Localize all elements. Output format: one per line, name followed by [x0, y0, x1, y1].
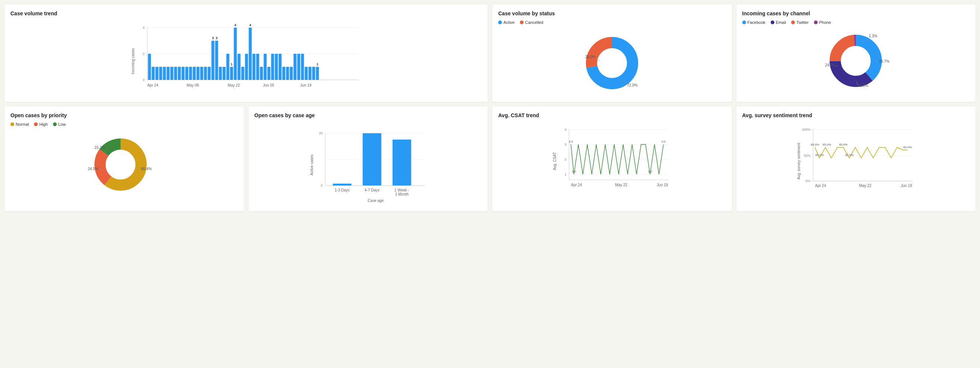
svg-text:1.0: 1.0 [572, 170, 576, 173]
svg-rect-28 [215, 41, 218, 80]
svg-rect-53 [294, 54, 297, 80]
svg-rect-22 [197, 67, 200, 80]
svg-rect-16 [174, 67, 177, 80]
svg-text:100%: 100% [802, 127, 810, 131]
svg-text:3: 3 [216, 36, 218, 40]
svg-rect-37 [238, 54, 241, 80]
svg-text:65.0%: 65.0% [811, 143, 819, 146]
svg-text:Apr 24: Apr 24 [571, 183, 582, 187]
svg-rect-38 [242, 67, 245, 80]
avg-csat-trend-title: Avg. CSAT trend [498, 112, 726, 118]
svg-rect-10 [152, 67, 155, 80]
svg-rect-14 [167, 67, 170, 80]
svg-text:Case age: Case age [368, 199, 383, 203]
svg-rect-32 [226, 54, 229, 80]
bar-1-3days [332, 184, 351, 185]
facebook-dot [742, 21, 746, 24]
status-legend: Active Cancelled [498, 20, 726, 25]
svg-rect-59 [316, 67, 319, 80]
high-label: High [39, 122, 48, 126]
svg-text:24.5%: 24.5% [88, 167, 98, 171]
svg-text:Jun 19: Jun 19 [900, 184, 912, 188]
svg-text:4: 4 [249, 23, 251, 27]
incoming-by-channel-title: Incoming cases by channel [742, 10, 970, 16]
svg-text:65.0%: 65.0% [822, 143, 831, 146]
svg-text:Incoming cases: Incoming cases [131, 48, 135, 74]
active-dot [498, 21, 502, 24]
svg-text:20: 20 [319, 131, 323, 135]
legend-phone: Phone [814, 20, 831, 25]
svg-rect-42 [253, 54, 256, 80]
svg-rect-26 [212, 41, 215, 80]
legend-normal: Normal [10, 122, 29, 126]
bar-4-7days [363, 133, 381, 185]
svg-rect-33 [230, 67, 233, 80]
case-volume-by-status-title: Case volume by status [498, 10, 726, 16]
svg-rect-55 [301, 54, 304, 80]
svg-rect-39 [245, 54, 248, 80]
svg-text:50%: 50% [803, 154, 810, 158]
svg-text:60.0%: 60.0% [903, 145, 912, 149]
legend-facebook: Facebook [742, 20, 765, 25]
sentiment-svg: Avg. survey sentiment 100% 50% 0% 65.0% … [742, 122, 970, 197]
svg-text:15.1%: 15.1% [94, 145, 105, 150]
svg-text:May 08: May 08 [186, 83, 199, 87]
svg-text:45.0%: 45.0% [815, 153, 824, 157]
email-dot [771, 21, 774, 24]
incoming-by-channel-card: Incoming cases by channel Facebook Email… [736, 5, 976, 102]
svg-text:3: 3 [565, 143, 566, 146]
svg-rect-43 [256, 54, 259, 80]
normal-label: Normal [16, 122, 29, 126]
channel-legend: Facebook Email Twitter Phone [742, 20, 970, 25]
svg-rect-44 [260, 67, 263, 80]
svg-text:1 Month: 1 Month [395, 192, 408, 196]
svg-text:Avg. survey sentiment: Avg. survey sentiment [796, 143, 800, 180]
svg-rect-47 [271, 54, 274, 80]
priority-legend: Normal High Low [10, 122, 238, 126]
svg-rect-23 [200, 67, 204, 80]
svg-rect-24 [204, 67, 207, 80]
sentiment-line [815, 147, 907, 158]
svg-text:4-7 Days: 4-7 Days [364, 188, 379, 192]
svg-text:4: 4 [234, 23, 236, 27]
dashboard: Case volume trend Incoming cases 4 2 0 [5, 5, 975, 211]
priority-donut-wrap: 15.1% 24.5% 60.4% [10, 129, 238, 192]
svg-text:May 22: May 22 [859, 184, 872, 188]
svg-text:0: 0 [143, 78, 145, 82]
legend-active: Active [498, 20, 515, 25]
svg-text:1: 1 [565, 172, 566, 176]
active-label: Active [503, 20, 515, 25]
facebook-label: Facebook [748, 20, 765, 25]
svg-text:1.3%: 1.3% [869, 34, 877, 38]
twitter-dot [791, 21, 795, 24]
svg-text:Jun 19: Jun 19 [657, 183, 668, 187]
svg-rect-15 [170, 67, 173, 80]
svg-text:1: 1 [231, 62, 232, 66]
svg-text:60.4%: 60.4% [141, 167, 151, 171]
avg-csat-trend-card: Avg. CSAT trend Avg. CSAT 4 3 2 1 [492, 107, 732, 211]
priority-donut-svg: 15.1% 24.5% 60.4% [83, 131, 165, 191]
svg-rect-54 [298, 54, 301, 80]
svg-rect-48 [275, 54, 278, 80]
svg-text:Avg. CSAT: Avg. CSAT [553, 152, 557, 170]
channel-donut-wrap: 1.3% 38.7% 36.0% 24.0% [742, 28, 970, 90]
svg-text:1: 1 [317, 62, 318, 66]
svg-text:May 22: May 22 [615, 183, 627, 187]
case-volume-trend-chart: Incoming cases 4 2 0 [10, 20, 482, 96]
open-by-priority-title: Open cases by priority [10, 112, 238, 118]
svg-text:1-3 Days: 1-3 Days [334, 188, 349, 192]
svg-text:72.0%: 72.0% [627, 83, 637, 87]
normal-dot [10, 123, 14, 126]
case-age-chart-wrap: Active cases 20 0 1-3 Days [255, 122, 482, 205]
svg-text:24.0%: 24.0% [825, 63, 835, 67]
svg-text:2: 2 [565, 158, 566, 161]
svg-text:Apr 24: Apr 24 [147, 83, 159, 87]
svg-text:2: 2 [143, 52, 145, 56]
svg-text:45.0%: 45.0% [845, 153, 853, 157]
avg-sentiment-trend-card: Avg. survey sentiment trend Avg. survey … [736, 107, 976, 211]
svg-rect-46 [267, 67, 270, 80]
svg-rect-19 [186, 67, 188, 80]
svg-rect-50 [283, 67, 285, 80]
svg-rect-58 [312, 67, 315, 80]
phone-label: Phone [819, 20, 831, 25]
